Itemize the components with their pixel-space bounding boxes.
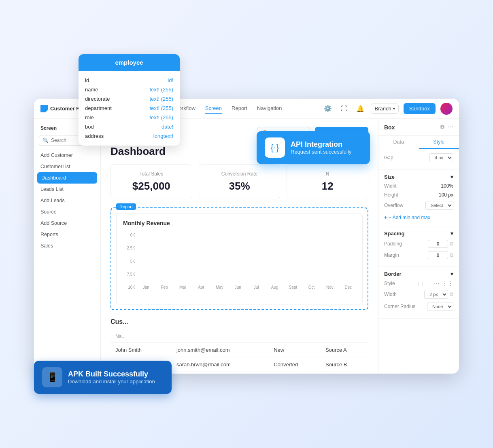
bar-mar: Mar [175,283,190,290]
border-solid-icon[interactable]: — [426,280,431,287]
stats-row: Total Sales $25,000 Conversion Rate 35% … [110,164,368,199]
overflow-label: Overflow [384,203,403,208]
height-label: Height [384,192,398,198]
avatar [440,103,453,115]
chart-area-wrapper: 10K 7.5K 5K 2.5K 0K Jan [123,233,356,298]
bar-may: May [212,283,227,290]
border-style-icons: ⬚ — ⋯ ⋮⋮ [418,280,453,287]
api-toast-title: API Integration [291,140,351,149]
padding-copy-icon: ⧉ [450,241,453,247]
stat-value-n: 12 [295,180,360,192]
row3-status: Converted [269,372,321,374]
corner-radius-label: Corner Radius [384,304,415,309]
y-label-5k: 5K [123,259,135,264]
row1-name: John Smith [110,343,172,357]
border-more-icon[interactable]: ⋮⋮ [442,280,453,287]
gap-label: Gap [384,155,393,161]
panel-tab-style[interactable]: Style [419,136,459,149]
sidebar-item-customer-list[interactable]: CustomerList [34,161,100,172]
row2-email: sarah.brwn@rmail.com [172,357,269,372]
border-none-icon[interactable]: ⬚ [418,280,423,287]
gap-select[interactable]: 4 px [429,153,453,162]
border-width-label: Width [384,292,397,297]
sidebar: Screen 🔍 Add Customer CustomerList Dashb… [34,119,101,374]
plus-icon: + [384,215,387,220]
apk-toast-icon: 📱 [42,367,62,387]
row3-source: Source A [321,372,368,374]
sandbox-button[interactable]: Sandbox [404,103,436,114]
spacing-section-header[interactable]: Spacing ▾ [384,230,453,237]
padding-row: Padding ⧉ [384,240,453,248]
stat-value-conversion-rate: 35% [207,180,272,192]
stat-label-total-sales: Total Sales [119,171,184,177]
panel-tabs: Data Style [378,136,459,149]
api-toast-icon: {·} [265,137,285,158]
bar-apr: Apr [193,283,208,290]
nav-tab-report[interactable]: Report [232,104,247,114]
overflow-select[interactable]: Select [425,201,453,210]
add-min-max-button[interactable]: + + Add min and max [384,213,453,222]
nav-tab-screen[interactable]: Screen [205,104,222,114]
right-panel: Box ⧉ ⋯ Data Style Gap 4 px [378,119,459,374]
sidebar-item-add-customer[interactable]: Add Customer [34,150,100,161]
sidebar-item-reports[interactable]: Reports [34,229,100,240]
employee-card-header: employee [79,54,180,71]
border-title: Border [384,271,402,277]
margin-label: Margin [384,252,399,258]
width-label: Widht [384,183,397,189]
nav-actions: ⚙️ ⛶ 🔔 Branch ▾ Sandbox [322,103,453,115]
row1-source: Source A [321,343,368,357]
padding-input[interactable] [428,240,448,248]
table-row-1: John Smith john.smith@email.com New Sour… [110,343,368,357]
border-width-select[interactable]: 2 px [424,290,448,299]
employee-field-id: id id! [85,76,173,85]
app-container: employee id id! name text! (255) directo… [34,42,459,406]
branch-button[interactable]: Branch ▾ [371,104,398,114]
content-area: Screen 🔍 Add Customer CustomerList Dashb… [34,119,459,374]
nav-tab-navigation[interactable]: Navigation [257,104,282,114]
size-title: Size [384,174,395,180]
row1-status: New [269,343,321,357]
sidebar-item-add-source[interactable]: Add Source [34,218,100,229]
y-label-0k: 0K [123,233,135,237]
panel-section-spacing: Spacing ▾ Padding ⧉ Margin [378,226,459,267]
more-icon[interactable]: ⋯ [448,124,453,131]
width-row: Widht 100% [384,183,453,189]
border-width-copy-icon: ⧉ [450,291,453,298]
corner-radius-row: Corner Radius None [384,302,453,311]
employee-field-role: role text! (255) [85,113,173,122]
y-label-10k: 10K [123,285,135,290]
employee-field-bod: bod date! [85,122,173,131]
stat-label-n: N [295,171,360,177]
sidebar-item-dashboard[interactable]: Dashboard [37,172,97,184]
margin-input[interactable] [428,251,448,259]
bar-sept: Sept [285,283,300,290]
border-dashed-icon[interactable]: ⋯ [434,280,440,287]
stat-card-total-sales: Total Sales $25,000 [110,164,192,199]
chart-y-labels: 10K 7.5K 5K 2.5K 0K [123,233,135,298]
sidebar-item-sales[interactable]: Sales [34,240,100,251]
panel-section-gap: Gap 4 px [378,149,459,170]
stat-value-total-sales: $25,000 [119,180,184,192]
customer-section-title: Cus... [110,318,368,325]
stat-card-conversion-rate: Conversion Rate 35% [199,164,280,199]
bar-dec: Dec [341,283,356,290]
fullscreen-icon[interactable]: ⛶ [338,103,350,114]
border-section-header[interactable]: Border ▾ [384,271,453,277]
apk-built-toast: 📱 APK Built Successfully Download and in… [34,361,172,394]
apk-toast-subtitle: Download and install your application [68,378,155,385]
copy-icon[interactable]: ⧉ [440,124,444,131]
size-section-header[interactable]: Size ▾ [384,174,453,180]
sidebar-item-leads-list[interactable]: Leads List [34,184,100,195]
corner-radius-select[interactable]: None [427,302,453,311]
stat-card-n: N 12 [287,164,368,199]
panel-tab-data[interactable]: Data [378,136,419,149]
panel-icons: ⧉ ⋯ [440,124,453,131]
report-label: Report [116,203,136,210]
employee-card-body: id id! name text! (255) directorate text… [79,71,180,146]
chevron-down-icon: ▾ [393,106,395,111]
sidebar-item-source[interactable]: Source [34,206,100,218]
settings-icon[interactable]: ⚙️ [322,103,334,114]
bell-icon[interactable]: 🔔 [355,103,366,114]
sidebar-item-add-leads[interactable]: Add Leads [34,195,100,206]
